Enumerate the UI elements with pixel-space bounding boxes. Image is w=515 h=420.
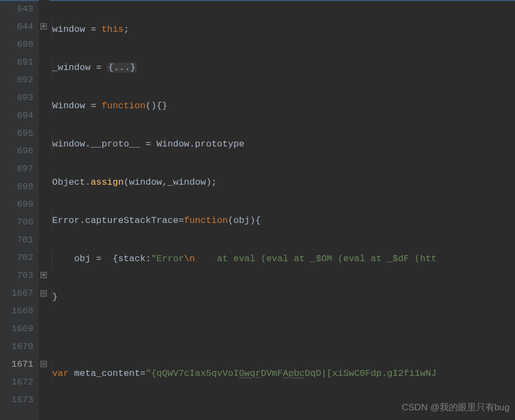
line-number: 1668 <box>2 302 33 320</box>
line-number: 690 <box>2 36 33 53</box>
line-number-current: 1671 <box>2 355 33 373</box>
line-number: 696 <box>2 142 33 160</box>
line-number: 698 <box>2 178 33 195</box>
line-number: 700 <box>2 213 33 231</box>
line-number: 693 <box>2 89 33 107</box>
code-line[interactable] <box>50 326 515 344</box>
fold-expand-icon[interactable] <box>40 23 47 30</box>
code-area[interactable]: window = this; _window = {...} Window = … <box>50 0 515 420</box>
line-number: 1667 <box>2 284 33 302</box>
line-number: 1673 <box>2 391 33 409</box>
code-line[interactable]: _window = {...} <box>50 59 515 76</box>
code-line[interactable]: Window = function(){} <box>50 97 515 115</box>
code-editor[interactable]: 643 644 690 691 692 693 694 695 696 697 … <box>0 0 515 420</box>
line-number: 644 <box>2 18 33 36</box>
code-line[interactable] <box>50 403 515 420</box>
line-number: 1672 <box>2 373 33 391</box>
line-number: 692 <box>2 71 33 89</box>
code-line[interactable]: var meta_content="{qQWV7cIax5qvVoIGwqrDV… <box>50 365 515 382</box>
code-line[interactable]: Error.captureStackTrace=function(obj){ <box>50 212 515 229</box>
fold-collapse-icon[interactable] <box>40 361 47 367</box>
line-number: 1669 <box>2 320 33 338</box>
code-line[interactable]: } <box>50 288 515 306</box>
line-number: 699 <box>2 195 33 213</box>
gutter: 643 644 690 691 692 693 694 695 696 697 … <box>0 0 39 420</box>
line-number: 701 <box>2 231 33 249</box>
fold-column <box>39 0 50 420</box>
code-line[interactable]: obj = {stack:"Error\n at eval (eval at _… <box>50 250 515 268</box>
fold-collapse-icon[interactable] <box>40 290 47 297</box>
fold-expand-icon[interactable] <box>40 272 47 278</box>
line-number: 691 <box>2 53 33 71</box>
line-number: 697 <box>2 160 33 178</box>
code-line[interactable]: window = this; <box>50 20 515 38</box>
code-line[interactable]: Object.assign(window,_window); <box>50 173 515 191</box>
folded-region[interactable]: {...} <box>107 62 137 73</box>
line-number: 1670 <box>2 338 33 355</box>
line-number: 703 <box>2 267 33 284</box>
code-line[interactable]: window.__proto__ = Window.prototype <box>50 135 515 153</box>
line-number: 694 <box>2 107 33 124</box>
line-number: 702 <box>2 249 33 267</box>
line-number: 695 <box>2 124 33 142</box>
line-number: 643 <box>2 0 33 18</box>
